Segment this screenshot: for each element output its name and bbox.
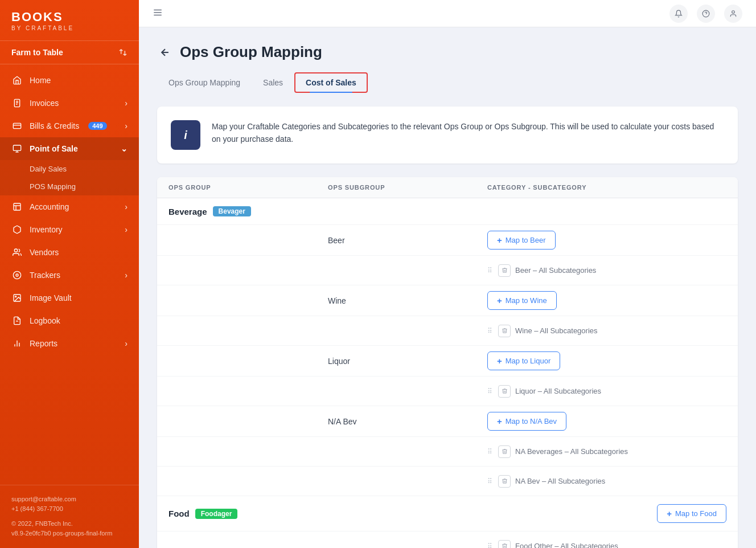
user-icon[interactable] bbox=[724, 5, 742, 23]
sidebar-item-accounting[interactable]: Accounting › bbox=[0, 195, 139, 218]
chevron-icon: › bbox=[125, 121, 128, 130]
sidebar-item-image-vault-label: Image Vault bbox=[30, 293, 72, 302]
mapping-table: OPS GROUP OPS SUBGROUP CATEGORY - SUBCAT… bbox=[157, 177, 738, 548]
svg-rect-9 bbox=[14, 203, 20, 210]
sidebar-item-invoices-label: Invoices bbox=[30, 99, 59, 108]
pos-subitems: Daily Sales POS Mapping bbox=[0, 160, 139, 195]
org-name: Farm to Table bbox=[11, 48, 63, 57]
sidebar-item-trackers[interactable]: Trackers › bbox=[0, 264, 139, 287]
inventory-icon bbox=[11, 224, 23, 235]
delete-beer-subcategory-button[interactable] bbox=[498, 264, 511, 277]
top-bar bbox=[139, 0, 756, 27]
table-row-nabev-subcategory2: ⠿ NA Bev – All Subcategories bbox=[157, 467, 738, 496]
drag-icon[interactable]: ⠿ bbox=[487, 267, 492, 275]
svg-point-12 bbox=[14, 249, 17, 252]
map-to-liquor-button[interactable]: + Map to Liquor bbox=[487, 351, 560, 370]
delete-liquor-subcategory-button[interactable] bbox=[498, 385, 511, 398]
subcategory-food-other-all: ⠿ Food Other – All Subcategories bbox=[487, 540, 726, 549]
sidebar-footer: support@craftable.com +1 (844) 367-7700 … bbox=[0, 485, 139, 548]
reports-icon bbox=[11, 338, 23, 349]
sidebar-item-logbook[interactable]: Logbook bbox=[0, 309, 139, 332]
table-row-liquor: Liquor + Map to Liquor bbox=[157, 346, 738, 377]
sidebar-item-vendors-label: Vendors bbox=[30, 248, 59, 257]
svg-rect-4 bbox=[13, 124, 20, 129]
col-category: CATEGORY - SUBCATEGORY bbox=[487, 184, 726, 191]
table-row-wine-subcategory: ⠿ Wine – All Subcategories bbox=[157, 316, 738, 346]
group-row-food: Food Foodager + Map to Food bbox=[157, 496, 738, 531]
sidebar-logo: BOOKS BY CRAFTABLE bbox=[0, 0, 139, 41]
page-header: Ops Group Mapping bbox=[157, 43, 738, 61]
drag-icon[interactable]: ⠿ bbox=[487, 542, 492, 549]
back-button[interactable] bbox=[157, 44, 173, 60]
drag-icon[interactable]: ⠿ bbox=[487, 477, 492, 485]
svg-point-14 bbox=[16, 274, 18, 276]
tabs: Ops Group Mapping Sales Cost of Sales bbox=[157, 72, 738, 93]
sidebar-item-vendors[interactable]: Vendors bbox=[0, 241, 139, 264]
help-icon[interactable] bbox=[697, 5, 715, 23]
subgroup-liquor: Liquor bbox=[328, 357, 487, 366]
drag-icon[interactable]: ⠿ bbox=[487, 448, 492, 456]
map-to-nabev-button[interactable]: + Map to N/A Bev bbox=[487, 412, 566, 431]
copyright: © 2022, FNBTech Inc. bbox=[11, 519, 128, 529]
info-box: i Map your Craftable Categories and Subc… bbox=[157, 107, 738, 163]
table-row-beer-subcategory: ⠿ Beer – All Subcategories bbox=[157, 256, 738, 285]
map-to-wine-button[interactable]: + Map to Wine bbox=[487, 291, 557, 310]
delete-nabev-subcategory-button[interactable] bbox=[498, 475, 511, 488]
image-vault-icon bbox=[11, 292, 23, 304]
drag-icon[interactable]: ⠿ bbox=[487, 387, 492, 395]
table-header: OPS GROUP OPS SUBGROUP CATEGORY - SUBCAT… bbox=[157, 177, 738, 198]
bills-icon bbox=[11, 120, 23, 132]
notifications-icon[interactable] bbox=[669, 5, 688, 23]
subcategory-na-beverages-all: ⠿ NA Beverages – All Subcategories bbox=[487, 445, 726, 458]
group-badge-bevager: Bevager bbox=[213, 206, 251, 216]
chevron-icon: › bbox=[125, 271, 128, 280]
subcategory-beer-label: Beer – All Subcategories bbox=[515, 266, 596, 275]
sidebar-item-image-vault[interactable]: Image Vault bbox=[0, 287, 139, 309]
chevron-icon: › bbox=[125, 99, 128, 108]
sidebar-item-bills[interactable]: Bills & Credits 449 › bbox=[0, 114, 139, 137]
subcategory-wine-label: Wine – All Subcategories bbox=[515, 326, 598, 335]
col-ops-subgroup: OPS SUBGROUP bbox=[328, 184, 487, 191]
sidebar-item-home[interactable]: Home bbox=[0, 69, 139, 92]
version: v8.9-2e0fc7b0 pos-groups-final-form bbox=[11, 529, 128, 539]
delete-wine-subcategory-button[interactable] bbox=[498, 325, 511, 337]
sidebar-item-inventory[interactable]: Inventory › bbox=[0, 218, 139, 241]
sidebar-item-pos-mapping[interactable]: POS Mapping bbox=[0, 178, 139, 195]
svg-point-26 bbox=[732, 10, 735, 13]
delete-na-beverages-subcategory-button[interactable] bbox=[498, 445, 511, 458]
tab-sales[interactable]: Sales bbox=[252, 72, 294, 93]
sidebar: BOOKS BY CRAFTABLE Farm to Table Home In… bbox=[0, 0, 139, 548]
map-to-food-button[interactable]: + Map to Food bbox=[657, 504, 726, 523]
sidebar-item-daily-sales[interactable]: Daily Sales bbox=[0, 160, 139, 178]
org-switcher[interactable]: Farm to Table bbox=[0, 41, 139, 64]
logbook-icon bbox=[11, 315, 23, 326]
chevron-icon: › bbox=[125, 339, 128, 348]
support-phone: +1 (844) 367-7700 bbox=[11, 504, 128, 514]
sidebar-item-pos[interactable]: Point of Sale ⌄ bbox=[0, 137, 139, 160]
delete-food-other-subcategory-button[interactable] bbox=[498, 540, 511, 549]
main-content: Ops Group Mapping Ops Group Mapping Sale… bbox=[139, 0, 756, 548]
sidebar-item-reports[interactable]: Reports › bbox=[0, 332, 139, 355]
sidebar-item-inventory-label: Inventory bbox=[30, 225, 63, 234]
sidebar-item-invoices[interactable]: Invoices › bbox=[0, 92, 139, 114]
svg-rect-6 bbox=[13, 145, 20, 150]
col-ops-group: OPS GROUP bbox=[169, 184, 328, 191]
group-name-beverage: Beverage bbox=[169, 207, 207, 216]
vendors-icon bbox=[11, 247, 23, 258]
sidebar-item-accounting-label: Accounting bbox=[30, 202, 69, 211]
category-cell-nabev: + Map to N/A Bev bbox=[487, 412, 726, 431]
home-icon bbox=[11, 75, 23, 86]
logo-sub: BY CRAFTABLE bbox=[11, 25, 128, 31]
subcategory-liquor-label: Liquor – All Subcategories bbox=[515, 387, 601, 395]
map-to-beer-button[interactable]: + Map to Beer bbox=[487, 231, 556, 250]
chevron-icon: › bbox=[125, 225, 128, 234]
hamburger-icon[interactable] bbox=[153, 7, 163, 20]
table-row-liquor-subcategory: ⠿ Liquor – All Subcategories bbox=[157, 377, 738, 406]
drag-icon[interactable]: ⠿ bbox=[487, 327, 492, 335]
category-cell-liquor: + Map to Liquor bbox=[487, 351, 726, 370]
pos-icon bbox=[11, 143, 23, 154]
subcategory-na-beverages-label: NA Beverages – All Subcategories bbox=[515, 447, 628, 456]
tab-cost-of-sales[interactable]: Cost of Sales bbox=[294, 72, 368, 93]
support-email: support@craftable.com bbox=[11, 494, 128, 505]
tab-ops-group-mapping[interactable]: Ops Group Mapping bbox=[157, 72, 252, 93]
